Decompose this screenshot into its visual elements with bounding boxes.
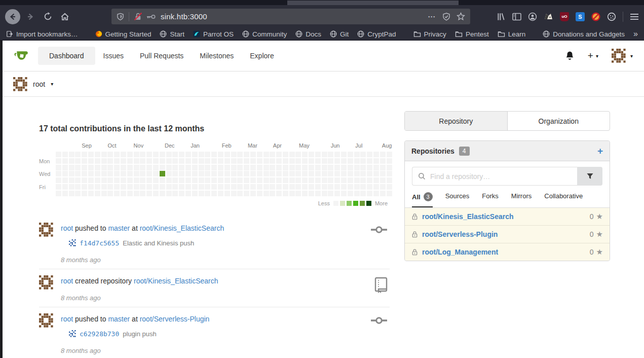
repo-name-link[interactable]: root/Kinesis_ElasticSearch xyxy=(422,212,514,221)
month-label: Dec xyxy=(165,142,175,149)
bookmarks-overflow-chevron[interactable]: » xyxy=(633,29,638,39)
cookie-icon[interactable] xyxy=(607,12,616,21)
forward-button[interactable] xyxy=(23,10,37,24)
permissions-shield-icon[interactable] xyxy=(117,13,124,21)
heatmap-cell xyxy=(62,152,68,157)
heatmap-cell xyxy=(341,177,347,183)
branch-link[interactable]: master xyxy=(108,224,130,232)
reload-button[interactable] xyxy=(41,10,55,24)
heatmap-cell xyxy=(107,158,113,164)
page-actions-icon[interactable]: ⋯ xyxy=(428,12,436,21)
add-repository-button[interactable]: + xyxy=(597,146,603,156)
bookmark-item[interactable]: Pentest xyxy=(455,30,489,38)
filter-tab-collaborative[interactable]: Collaborative xyxy=(544,192,583,205)
back-button[interactable] xyxy=(5,9,20,24)
sidebar-toggle-icon[interactable] xyxy=(512,13,521,21)
heatmap-cell xyxy=(360,165,366,170)
heatmap-cell xyxy=(224,152,230,157)
nav-item-explore[interactable]: Explore xyxy=(242,47,282,65)
url-bar[interactable]: sink.htb:3000 ⋯ xyxy=(111,9,470,24)
heatmap-cell xyxy=(179,191,184,196)
sidebery-icon[interactable]: S xyxy=(576,12,585,21)
bookmark-star-icon[interactable] xyxy=(457,12,465,21)
nav-item-issues[interactable]: Issues xyxy=(95,47,132,65)
bookmark-item[interactable]: Parrot OS xyxy=(193,30,234,38)
repo-link[interactable]: root/Serverless-Plugin xyxy=(140,315,210,323)
tab-repository[interactable]: Repository xyxy=(405,112,508,130)
menu-icon[interactable] xyxy=(630,13,639,21)
repo-link[interactable]: root/Kinesis_ElasticSearch xyxy=(140,224,224,232)
heatmap-cell xyxy=(244,158,249,164)
heatmap-cell xyxy=(315,152,321,157)
key-icon[interactable] xyxy=(146,13,156,20)
heatmap-cell xyxy=(328,171,333,176)
heatmap-cell xyxy=(270,158,275,164)
heatmap-cell xyxy=(146,165,152,170)
bookmark-item[interactable]: CryptPad xyxy=(357,30,396,38)
heatmap-cell xyxy=(315,177,321,183)
commit-sha-link[interactable]: c62928b730 xyxy=(80,330,119,338)
insecure-lock-icon[interactable] xyxy=(134,12,142,21)
create-new-button[interactable]: + ▾ xyxy=(588,50,598,61)
nav-item-pull-requests[interactable]: Pull Requests xyxy=(132,47,192,65)
filter-tab-mirrors[interactable]: Mirrors xyxy=(511,192,532,205)
folder-icon xyxy=(413,31,421,38)
gitea-logo-icon[interactable] xyxy=(13,48,30,64)
bookmark-item[interactable]: Git xyxy=(330,30,349,38)
user-menu-button[interactable]: ▾ xyxy=(612,49,633,63)
nav-item-dashboard[interactable]: Dashboard xyxy=(38,47,95,65)
nav-item-milestones[interactable]: Milestones xyxy=(192,47,242,65)
repository-search-box[interactable] xyxy=(412,167,577,186)
noscript-icon[interactable] xyxy=(591,12,600,21)
bookmark-item[interactable]: Donations and Gadgets xyxy=(543,30,625,38)
filter-tab-forks[interactable]: Forks xyxy=(482,192,499,205)
lock-icon xyxy=(411,213,418,220)
active-tab[interactable] xyxy=(287,1,459,5)
commit-sha-link[interactable]: f14d7c5655 xyxy=(80,239,119,247)
url-text[interactable]: sink.htb:3000 xyxy=(161,12,207,21)
bookmark-item[interactable]: Import bookmarks… xyxy=(6,30,78,38)
heatmap-cell xyxy=(153,158,159,164)
tab-organization[interactable]: Organization xyxy=(508,112,610,130)
heatmap-cell xyxy=(295,158,301,164)
heatmap-cell xyxy=(101,177,107,183)
heatmap-cell xyxy=(140,177,145,183)
repository-search-input[interactable] xyxy=(430,172,572,181)
tracking-protection-icon[interactable] xyxy=(442,13,450,21)
feed-timestamp: 8 months ago xyxy=(61,347,369,354)
repo-link[interactable]: root/Kinesis_ElasticSearch xyxy=(134,277,218,285)
repo-name-link[interactable]: root/Log_Management xyxy=(422,248,498,256)
bookmark-item[interactable]: Docs xyxy=(295,30,321,38)
actor-link[interactable]: root xyxy=(61,315,73,323)
library-icon[interactable] xyxy=(497,12,506,21)
urlbar-divider xyxy=(129,12,129,21)
bookmark-item[interactable]: Learn xyxy=(498,30,526,38)
user-switch-chevron-icon[interactable]: ▾ xyxy=(51,81,53,87)
ublock-origin-icon[interactable]: uO xyxy=(560,12,569,21)
bookmark-item[interactable]: Privacy xyxy=(413,30,446,38)
home-button[interactable] xyxy=(58,10,72,24)
notifications-bell-icon[interactable] xyxy=(565,51,575,61)
heatmap-cell xyxy=(302,191,308,196)
avatar xyxy=(39,313,53,354)
heatmap-cell xyxy=(199,165,204,170)
privacy-badger-icon[interactable] xyxy=(544,12,553,21)
filter-tab-sources[interactable]: Sources xyxy=(445,192,470,205)
heatmap-cell xyxy=(134,152,139,157)
actor-link[interactable]: root xyxy=(61,224,73,232)
bookmark-item[interactable]: Start xyxy=(160,30,184,38)
bookmark-item[interactable]: Getting Started xyxy=(95,30,151,38)
account-icon[interactable] xyxy=(528,12,537,21)
heatmap-cell xyxy=(348,191,353,196)
repo-name-link[interactable]: root/Serverless-Plugin xyxy=(422,230,498,238)
repository-filter-button[interactable] xyxy=(577,167,602,186)
filter-tab-all[interactable]: All3 xyxy=(412,192,433,207)
heatmap-cell xyxy=(387,171,392,176)
heatmap-cell xyxy=(185,184,191,190)
actor-link[interactable]: root xyxy=(61,277,73,285)
branch-link[interactable]: master xyxy=(108,315,130,323)
bookmark-item[interactable]: Community xyxy=(242,30,287,38)
heatmap-cell xyxy=(289,165,295,170)
heatmap-cell xyxy=(237,171,243,176)
heatmap-cell xyxy=(244,177,249,183)
